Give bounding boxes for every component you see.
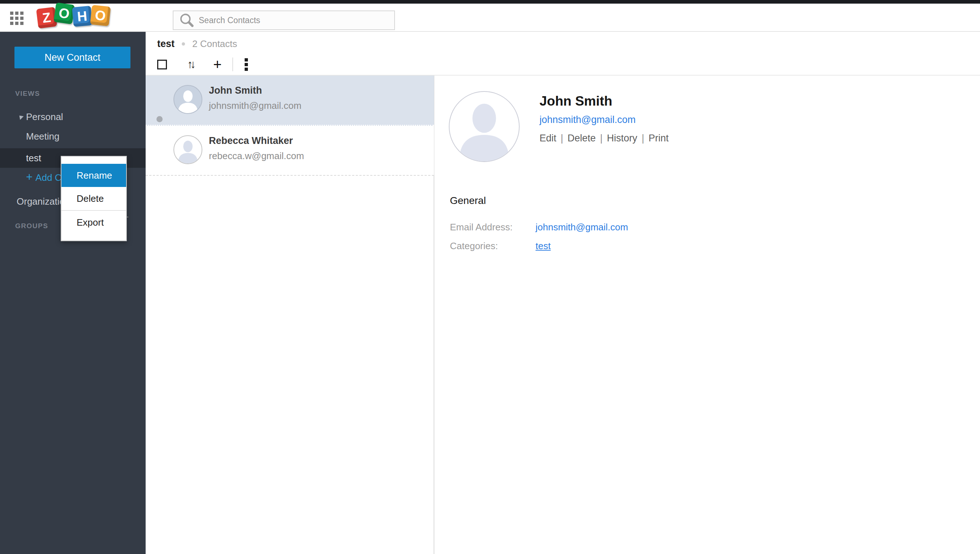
edit-action[interactable]: Edit — [539, 133, 557, 144]
views-section-header: VIEWS — [15, 90, 40, 97]
search-icon — [179, 13, 194, 28]
logo-tile: O — [54, 3, 75, 25]
sidebar-item-label: test — [26, 148, 41, 168]
contact-email: johnsmith@gmail.com — [209, 100, 301, 112]
new-contact-button[interactable]: New Contact — [14, 47, 130, 69]
window-top-strip — [0, 0, 980, 3]
email-address-label: Email Address: — [450, 222, 512, 233]
detail-contact-name: John Smith — [539, 94, 612, 109]
categories-label: Categories: — [450, 241, 498, 252]
groups-section-header: GROUPS — [15, 222, 48, 230]
sidebar-item-label: Meeting — [26, 126, 60, 146]
logo-tile: H — [72, 6, 92, 27]
add-contact-icon[interactable]: + — [213, 59, 221, 70]
contact-detail-panel: John Smith johnsmith@gmail.com Edit|Dele… — [434, 75, 980, 554]
contact-name: Rebecca Whitaker — [209, 135, 293, 147]
sidebar: New Contact VIEWS Personal Meeting test … — [0, 32, 146, 554]
contact-row-rebecca-whitaker[interactable]: Rebecca Whitaker rebecca.w@gmail.com — [146, 126, 434, 176]
selection-dot — [156, 116, 162, 122]
sidebar-item-meeting[interactable]: Meeting — [0, 126, 146, 146]
menu-item-delete[interactable]: Delete — [61, 187, 126, 210]
action-separator: | — [600, 133, 603, 144]
contact-email: rebecca.w@gmail.com — [209, 150, 304, 162]
breadcrumb-dot — [182, 42, 185, 46]
search-box[interactable] — [173, 11, 395, 30]
detail-contact-email-link[interactable]: johnsmith@gmail.com — [539, 114, 636, 126]
category-context-menu: Rename Delete Export — [61, 156, 127, 241]
app-launcher-icon[interactable] — [10, 11, 25, 27]
list-header: test 2 Contacts ↑↓ + — [146, 32, 980, 75]
print-action[interactable]: Print — [649, 133, 669, 144]
more-options-icon[interactable] — [243, 57, 249, 72]
zoho-contacts-app: Z O H O New Contact VIEWS Personal Meeti… — [0, 0, 980, 554]
search-input[interactable] — [194, 16, 394, 25]
menu-item-rename[interactable]: Rename — [61, 164, 126, 187]
menu-item-export[interactable]: Export — [61, 210, 126, 233]
detail-avatar — [449, 91, 520, 162]
toolbar-divider — [232, 57, 233, 71]
contact-name: John Smith — [209, 85, 262, 96]
categories-value-link[interactable]: test — [536, 241, 551, 252]
top-bar: Z O H O — [0, 3, 980, 32]
delete-action[interactable]: Delete — [568, 133, 596, 144]
sidebar-item-label: Personal — [26, 107, 63, 126]
zoho-logo[interactable]: Z O H O — [37, 5, 110, 25]
add-group-button[interactable]: + — [122, 211, 268, 224]
sort-icon[interactable]: ↑↓ — [187, 58, 196, 71]
breadcrumb: test 2 Contacts — [157, 38, 237, 49]
list-toolbar: ↑↓ + — [157, 56, 249, 72]
action-separator: | — [642, 133, 644, 144]
contact-avatar — [173, 135, 202, 164]
select-all-checkbox[interactable] — [157, 60, 167, 69]
detail-actions: Edit|Delete|History|Print — [539, 133, 668, 144]
collapse-caret-icon — [18, 114, 24, 120]
plus-icon: + — [26, 171, 32, 184]
action-separator: | — [561, 133, 563, 144]
sidebar-item-personal[interactable]: Personal — [0, 107, 146, 126]
logo-tile: O — [90, 5, 111, 26]
contact-count: 2 Contacts — [192, 38, 237, 49]
contact-row-john-smith[interactable]: John Smith johnsmith@gmail.com — [146, 75, 434, 126]
email-address-value-link[interactable]: johnsmith@gmail.com — [536, 222, 628, 233]
category-title: test — [157, 38, 175, 49]
contact-avatar — [173, 85, 202, 114]
history-action[interactable]: History — [607, 133, 638, 144]
general-section-title: General — [450, 195, 486, 206]
